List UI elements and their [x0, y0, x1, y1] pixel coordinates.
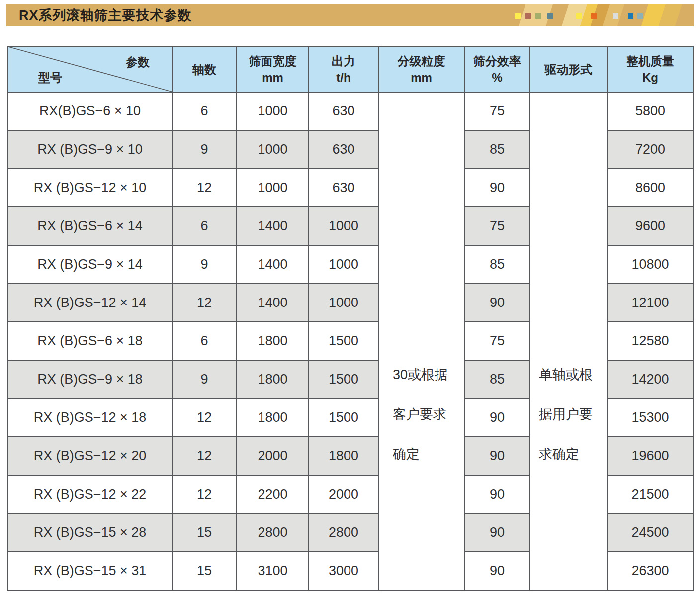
cell-weight: 24500	[607, 513, 694, 552]
cell-weight: 19600	[607, 437, 694, 475]
band-square	[591, 13, 597, 19]
cell-efficiency: 85	[464, 360, 530, 399]
cell-shafts: 9	[172, 130, 237, 169]
cell-weight: 7200	[607, 130, 694, 169]
cell-efficiency: 75	[464, 322, 530, 360]
cell-shafts: 9	[172, 360, 237, 399]
cell-weight: 9600	[607, 207, 694, 245]
cell-efficiency: 90	[464, 399, 530, 437]
cell-shafts: 15	[172, 552, 237, 590]
band-square	[547, 13, 553, 19]
header-output: 出力 t/h	[309, 46, 378, 92]
cell-screen-width: 3100	[237, 552, 309, 590]
cell-shafts: 6	[172, 207, 237, 245]
cell-efficiency: 75	[464, 92, 530, 130]
cell-shafts: 6	[172, 92, 237, 130]
cell-model: RX (B)GS−15 × 31	[8, 552, 172, 590]
cell-model: RX (B)GS−12 × 20	[8, 437, 172, 475]
cell-output: 1000	[309, 245, 378, 284]
cell-shafts: 12	[172, 475, 237, 513]
cell-model: RX (B)GS−9 × 14	[8, 245, 172, 284]
cell-screen-width: 2000	[237, 437, 309, 475]
cell-efficiency: 90	[464, 552, 530, 590]
cell-weight: 15300	[607, 399, 694, 437]
cell-shafts: 12	[172, 284, 237, 322]
cell-output: 1000	[309, 284, 378, 322]
cell-output: 1800	[309, 437, 378, 475]
cell-efficiency: 90	[464, 475, 530, 513]
cell-screen-width: 1800	[237, 322, 309, 360]
merged-grading-cell: 30或根据客户要求确定	[378, 92, 464, 590]
cell-screen-width: 1400	[237, 207, 309, 245]
table-row: RX(B)GS−6 × 10 6 1000 630 30或根据客户要求确定 75…	[8, 92, 694, 130]
header-drive: 驱动形式	[530, 46, 607, 92]
cell-model: RX(B)GS−6 × 10	[8, 92, 172, 130]
cell-screen-width: 1400	[237, 245, 309, 284]
cell-shafts: 12	[172, 399, 237, 437]
cell-shafts: 6	[172, 322, 237, 360]
header-shafts: 轴数	[172, 46, 237, 92]
header-screen-width: 筛面宽度 mm	[237, 46, 309, 92]
corner-param-label: 参数	[126, 54, 150, 70]
cell-model: RX (B)GS−12 × 10	[8, 169, 172, 207]
spec-table: 参数 型号 轴数 筛面宽度 mm 出力 t/h 分级粒度 mm	[7, 46, 694, 591]
band-square	[613, 13, 618, 19]
spec-table-wrap: 参数 型号 轴数 筛面宽度 mm 出力 t/h 分级粒度 mm	[7, 46, 694, 591]
cell-weight: 12100	[607, 284, 694, 322]
cell-output: 1500	[309, 322, 378, 360]
band-square	[535, 13, 541, 19]
cell-output: 1500	[309, 360, 378, 399]
cell-output: 3000	[309, 552, 378, 590]
cell-shafts: 15	[172, 513, 237, 552]
cell-weight: 14200	[607, 360, 694, 399]
table-body: RX(B)GS−6 × 10 6 1000 630 30或根据客户要求确定 75…	[8, 92, 694, 590]
cell-screen-width: 1400	[237, 284, 309, 322]
header-grading-size: 分级粒度 mm	[378, 46, 464, 92]
band-square	[515, 13, 521, 19]
drive-note: 单轴或根据用户要求确定	[530, 355, 607, 474]
cell-output: 630	[309, 92, 378, 130]
cell-model: RX (B)GS−6 × 14	[8, 207, 172, 245]
header-corner-cell: 参数 型号	[8, 46, 172, 92]
band-square	[637, 13, 643, 19]
cell-screen-width: 1800	[237, 360, 309, 399]
cell-weight: 21500	[607, 475, 694, 513]
band-square	[525, 13, 531, 19]
cell-output: 1500	[309, 399, 378, 437]
cell-weight: 8600	[607, 169, 694, 207]
grading-note: 30或根据客户要求确定	[379, 355, 464, 474]
cell-screen-width: 1000	[237, 130, 309, 169]
cell-weight: 26300	[607, 552, 694, 590]
cell-efficiency: 75	[464, 207, 530, 245]
cell-weight: 12580	[607, 322, 694, 360]
cell-efficiency: 85	[464, 245, 530, 284]
cell-efficiency: 90	[464, 513, 530, 552]
cell-output: 2000	[309, 475, 378, 513]
cell-shafts: 12	[172, 169, 237, 207]
page-title: RX系列滚轴筛主要技术参数	[19, 4, 192, 26]
title-band: RX系列滚轴筛主要技术参数	[6, 4, 694, 26]
cell-screen-width: 1000	[237, 169, 309, 207]
header-weight: 整机质量 Kg	[607, 46, 694, 92]
cell-screen-width: 2200	[237, 475, 309, 513]
cell-output: 630	[309, 130, 378, 169]
merged-drive-cell: 单轴或根据用户要求确定	[530, 92, 607, 590]
cell-model: RX (B)GS−12 × 18	[8, 399, 172, 437]
cell-shafts: 12	[172, 437, 237, 475]
cell-weight: 5800	[607, 92, 694, 130]
header-efficiency: 筛分效率 %	[464, 46, 530, 92]
cell-output: 2800	[309, 513, 378, 552]
cell-model: RX (B)GS−9 × 18	[8, 360, 172, 399]
cell-model: RX (B)GS−15 × 28	[8, 513, 172, 552]
cell-model: RX (B)GS−12 × 14	[8, 284, 172, 322]
cell-efficiency: 90	[464, 437, 530, 475]
header-row: 参数 型号 轴数 筛面宽度 mm 出力 t/h 分级粒度 mm	[8, 46, 694, 92]
cell-screen-width: 2800	[237, 513, 309, 552]
cell-efficiency: 85	[464, 130, 530, 169]
cell-weight: 10800	[607, 245, 694, 284]
cell-screen-width: 1800	[237, 399, 309, 437]
cell-model: RX (B)GS−12 × 22	[8, 475, 172, 513]
cell-model: RX (B)GS−9 × 10	[8, 130, 172, 169]
cell-model: RX (B)GS−6 × 18	[8, 322, 172, 360]
page: { "title": "RX系列滚轴筛主要技术参数", "table": { "…	[0, 0, 700, 608]
